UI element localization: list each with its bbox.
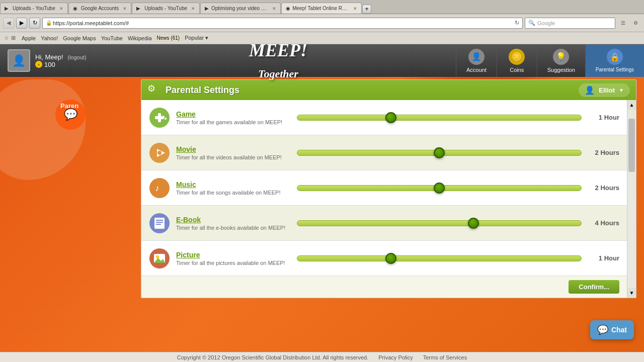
logo-area: MEEP! Together	[101, 44, 456, 82]
picture-slider-track[interactable]	[297, 255, 582, 261]
logout-link[interactable]: (logout)	[67, 54, 86, 60]
chat-button[interactable]: 💬 Chat	[590, 320, 634, 339]
parental-header: ⚙ Parental Settings 👤 Elliot ▼	[141, 80, 636, 100]
svg-rect-13	[156, 222, 163, 223]
game-description: Timer for all the games available on MEE…	[176, 119, 292, 125]
music-hours: 2 Hours	[587, 184, 619, 192]
game-slider-track[interactable]	[297, 115, 582, 121]
game-name[interactable]: Game	[176, 110, 292, 118]
bookmark-google-maps[interactable]: Google Maps	[61, 35, 98, 41]
nav-bar: ◀ ▶ ↻ 🔒 https://portal.meeptablet.com/# …	[0, 14, 644, 32]
picture-slider-area	[292, 255, 587, 261]
tab-close-5[interactable]: ✕	[353, 6, 357, 11]
user-section: 👤 Hi, Meep! (logout) ● 100	[0, 49, 101, 72]
svg-point-8	[149, 178, 170, 198]
refresh-icon[interactable]: ↻	[515, 20, 519, 26]
svg-rect-2	[158, 113, 161, 122]
bookmark-grid-icon[interactable]: ⊞	[11, 35, 16, 41]
movie-slider-knob[interactable]	[434, 147, 445, 158]
tab-close-3[interactable]: ✕	[191, 6, 195, 11]
confirm-button[interactable]: Confirm...	[569, 280, 619, 294]
setting-row-music: ♪ Music Timer for all the songs availabl…	[141, 170, 627, 206]
bookmark-popular[interactable]: Popular ▾	[183, 35, 210, 41]
bookmark-youtube[interactable]: YouTube	[99, 35, 125, 41]
left-decoration: 💬 Paren	[0, 79, 133, 298]
nav-parental-settings[interactable]: 🔒 Parental Settings	[585, 45, 644, 77]
privacy-link[interactable]: Privacy Policy	[378, 354, 413, 360]
movie-icon	[149, 142, 170, 163]
nav-coins[interactable]: 🪙 Coins	[497, 45, 537, 77]
tab-bar: ▶ Uploads - YouTube ✕ ◉ Google Accounts …	[0, 0, 644, 14]
game-icon	[149, 107, 170, 128]
ebook-name[interactable]: E-Book	[176, 216, 292, 224]
search-bar[interactable]: 🔍 Google	[525, 18, 615, 29]
bookmark-yahoo[interactable]: Yahoo!	[39, 35, 60, 41]
white-splat	[0, 79, 86, 180]
music-name[interactable]: Music	[176, 180, 292, 189]
setting-row-game: Game Timer for all the games available o…	[141, 100, 627, 135]
tab-close-1[interactable]: ✕	[59, 6, 63, 11]
ebook-slider-knob[interactable]	[468, 218, 479, 229]
svg-text:♪: ♪	[155, 183, 159, 193]
scrollbar[interactable]: ▲ ▼	[627, 100, 636, 298]
nav-account[interactable]: 👤 Account	[456, 45, 497, 77]
scroll-thumb[interactable]	[628, 119, 635, 172]
tab-5[interactable]: ◉ Meep! Tablet Online Registratio... ✕	[281, 3, 362, 14]
scroll-track[interactable]	[627, 110, 636, 288]
ebook-info: E-Book Timer for all the e-books availab…	[176, 216, 292, 231]
bookmark-apple[interactable]: Apple	[20, 35, 38, 41]
tab-text-5: Meep! Tablet Online Registratio...	[292, 6, 349, 11]
music-slider-track[interactable]	[297, 185, 582, 191]
tab-4[interactable]: ▶ Optimising your video uploads - ... ✕	[200, 3, 281, 14]
picture-slider-knob[interactable]	[385, 253, 396, 264]
scroll-down-button[interactable]: ▼	[627, 288, 636, 298]
tab-close-4[interactable]: ✕	[272, 6, 276, 11]
tab-icon-2: ◉	[73, 6, 79, 12]
movie-info: Movie Timer for all the videos available…	[176, 145, 292, 160]
parental-user-dropdown[interactable]: 👤 Elliot ▼	[579, 83, 630, 97]
game-slider-knob[interactable]	[385, 112, 396, 123]
movie-slider-area	[292, 150, 587, 156]
picture-name[interactable]: Picture	[176, 251, 292, 259]
scroll-up-button[interactable]: ▲	[627, 100, 636, 110]
ebook-slider-track[interactable]	[297, 220, 582, 226]
tab-2[interactable]: ◉ Google Accounts ✕	[68, 3, 132, 14]
bookmark-wikipedia[interactable]: Wikipedia	[126, 35, 154, 41]
picture-info: Picture Timer for all the pictures avail…	[176, 251, 292, 266]
settings-list: Game Timer for all the games available o…	[141, 100, 627, 298]
tab-icon-3: ▶	[136, 6, 142, 12]
back-button[interactable]: ◀	[3, 18, 14, 29]
reload-button[interactable]: ↻	[29, 18, 40, 29]
news-badge[interactable]: News (61)	[155, 35, 182, 41]
nav-suggestion[interactable]: 💡 Suggestion	[537, 45, 585, 77]
avatar: 👤	[8, 49, 30, 72]
setting-row-movie: Movie Timer for all the videos available…	[141, 135, 627, 170]
bookmark-list-icon[interactable]: ☆	[4, 35, 9, 41]
tab-3[interactable]: ▶ Uploads - YouTube ✕	[132, 3, 200, 14]
movie-name[interactable]: Movie	[176, 145, 292, 153]
movie-slider-track[interactable]	[297, 150, 582, 156]
terms-link[interactable]: Terms of Services	[423, 354, 467, 360]
user-info: Hi, Meep! (logout) ● 100	[35, 53, 87, 68]
tab-icon-5: ◉	[286, 6, 290, 12]
parental-user-name: Elliot	[599, 86, 615, 94]
coins-row: ● 100	[35, 61, 87, 68]
svg-point-4	[165, 118, 167, 120]
page-content: 👤 Hi, Meep! (logout) ● 100 MEEP! Togethe…	[0, 44, 644, 352]
address-bar[interactable]: 🔒 https://portal.meeptablet.com/# ↻	[42, 18, 523, 29]
music-slider-knob[interactable]	[434, 183, 445, 194]
account-label: Account	[466, 67, 487, 73]
bookmark-icon-group: ☆ ⊞	[4, 35, 16, 41]
tab-close-2[interactable]: ✕	[123, 6, 127, 11]
suggestion-icon: 💡	[553, 49, 569, 65]
forward-button[interactable]: ▶	[16, 18, 27, 29]
chat-icon: 💬	[597, 324, 608, 335]
search-placeholder: Google	[537, 20, 555, 26]
settings-icon[interactable]: ⚙	[630, 18, 641, 29]
greeting: Hi, Meep! (logout)	[35, 53, 87, 61]
add-tab-button[interactable]: +	[362, 5, 371, 14]
tab-1[interactable]: ▶ Uploads - YouTube ✕	[0, 3, 68, 14]
menu-icon[interactable]: ☰	[617, 18, 628, 29]
svg-point-3	[163, 116, 165, 118]
coins-label: Coins	[510, 67, 524, 73]
